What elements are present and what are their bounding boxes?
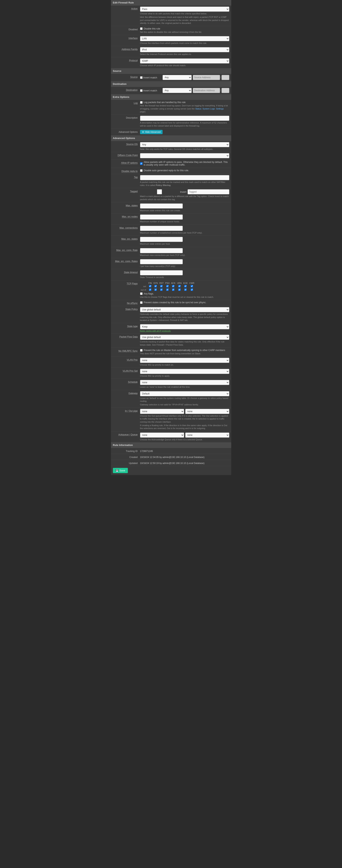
disabled-field: Disable this rule Set this option to dis…	[140, 27, 229, 34]
allow-ip-label: Allow IP options	[113, 161, 140, 164]
in-out-pipe-hint1: Choose the Out queue/Virtual interface o…	[140, 414, 229, 424]
destination-addr-field: /	[193, 88, 229, 93]
max-connections-input[interactable]	[140, 226, 183, 231]
flag-set-ece[interactable]	[184, 285, 186, 287]
max-src-conn-rates-label: Max. src. conn. Rates	[113, 259, 140, 263]
destination-any-select[interactable]: Any	[163, 88, 192, 93]
hide-advanced-button[interactable]: ⚙ Hide Advanced	[140, 130, 163, 134]
max-states-hint: Maximum state entries this rule can crea…	[140, 209, 229, 212]
flag-set-fin[interactable]	[149, 285, 151, 287]
vlan-prio-set-select[interactable]: none 0123 4567	[140, 369, 229, 374]
flag-set-cwr[interactable]	[191, 285, 193, 287]
source-os-select[interactable]: Any	[140, 142, 229, 147]
flag-set-urg[interactable]	[178, 285, 181, 287]
flag-outof-fin[interactable]	[149, 288, 151, 291]
any-flags-row: Any flags.	[140, 292, 229, 295]
max-src-nodes-input[interactable]	[140, 215, 183, 220]
flag-outof-ack[interactable]	[172, 288, 174, 291]
hide-advanced-label: Hide Advanced	[145, 131, 161, 133]
state-policy-select[interactable]: Use global default Keep Sloppy Synproxy …	[140, 307, 229, 312]
log-row: Log Log packets that are handled by this…	[111, 100, 231, 115]
state-type-green-link[interactable]: Keep: works with all IP protocols	[140, 330, 171, 332]
state-type-select[interactable]: Keep Sloppy Synproxy None	[140, 324, 229, 329]
schedule-hint: Leave as 'none' to leave the rule enable…	[140, 385, 229, 389]
any-flags-checkbox[interactable]	[140, 292, 143, 295]
tag-field: A packet matching this rule can be marke…	[140, 175, 229, 187]
allow-ip-checkbox[interactable]	[140, 162, 143, 165]
in-pipe-select[interactable]: none	[140, 409, 184, 414]
log-checkbox-row: Log packets that are handled by this rul…	[140, 101, 229, 104]
flag-outof-syn[interactable]	[155, 288, 157, 291]
disabled-checkbox[interactable]	[140, 27, 143, 30]
packet-flow-select[interactable]: Use global default	[140, 335, 229, 340]
log-hint: Hint: the firewall has limited local log…	[140, 104, 229, 113]
in-out-pipe-hint2: If creating a floating rule, if the dire…	[140, 424, 229, 430]
state-type-field: Keep Sloppy Synproxy None Keep: works wi…	[140, 324, 229, 332]
max-connections-label: Max. connections	[113, 226, 140, 229]
max-states-input[interactable]	[140, 204, 183, 209]
packet-flow-label: Packet Flow Data	[113, 335, 140, 338]
source-address-input[interactable]	[193, 75, 220, 80]
flag-set-syn[interactable]	[155, 285, 157, 287]
schedule-select[interactable]: none	[140, 380, 229, 385]
destination-address-input[interactable]	[193, 88, 220, 93]
description-input[interactable]: Pass IGMP to LAN	[140, 116, 229, 121]
flag-fin-header: FIN	[148, 281, 153, 285]
any-flags-label: Any flags.	[144, 292, 154, 295]
flag-psh-header: PSH	[164, 281, 170, 285]
source-cidr-input[interactable]	[221, 75, 229, 80]
gateway-select[interactable]: Default	[140, 391, 229, 396]
tagged-invert-checkbox[interactable]	[140, 189, 179, 194]
vlan-prio-set-label: VLAN Prio Set	[113, 369, 140, 372]
no-pfsync-checkbox[interactable]	[140, 301, 143, 304]
tagged-label: Tagged	[113, 189, 140, 193]
flag-outof-urg[interactable]	[178, 288, 181, 291]
log-checkbox-label: Log packets that are handled by this rul…	[144, 101, 186, 104]
advanced-options-toggle-label: Advanced Options	[113, 130, 140, 133]
flag-set-ack[interactable]	[172, 285, 174, 287]
max-src-states-input[interactable]	[140, 237, 183, 242]
ackqueue-out-select[interactable]: none	[185, 433, 229, 438]
vlan-prio-select[interactable]: none 0123 4567	[140, 358, 229, 363]
protocol-select[interactable]: IGMP TCP UDP TCP/UDP ICMP any	[140, 58, 229, 63]
source-os-hint: Note: this only works for TCP rules. Gen…	[140, 148, 229, 151]
address-family-select[interactable]: IPv4 IPv6 IPv4+IPv6	[140, 47, 229, 52]
destination-invert-checkbox[interactable]	[140, 89, 143, 92]
flag-set-rst[interactable]	[160, 285, 163, 287]
tcp-flags-set-label: set	[140, 285, 148, 288]
diffserv-select[interactable]	[140, 153, 229, 158]
source-invert-checkbox[interactable]	[140, 76, 143, 79]
max-src-conn-rate-input[interactable]	[140, 248, 183, 253]
action-select[interactable]: Pass Block Reject	[140, 7, 229, 12]
source-field: Invert match Any /	[140, 75, 229, 80]
interface-select[interactable]: LAN WAN LOOPBACK	[140, 36, 229, 41]
flag-outof-rst[interactable]	[160, 288, 163, 291]
log-checkbox[interactable]	[140, 101, 143, 104]
max-src-conn-rates-input[interactable]	[140, 259, 183, 264]
flag-outof-ece[interactable]	[184, 288, 186, 291]
state-policy-field: Use global default Keep Sloppy Synproxy …	[140, 307, 229, 322]
flag-cwr-header: CWR	[189, 281, 195, 285]
source-any-select[interactable]: Any	[163, 75, 192, 80]
flag-set-psh[interactable]	[166, 285, 169, 287]
tag-input[interactable]	[140, 175, 229, 180]
flag-outof-cwr[interactable]	[191, 288, 193, 291]
flag-outof-psh[interactable]	[166, 288, 169, 291]
ackqueue-in-select[interactable]: none	[140, 433, 184, 438]
created-label: Created	[113, 455, 140, 459]
state-timeout-input[interactable]	[140, 270, 183, 275]
no-xmlrpc-checkbox[interactable]	[140, 349, 143, 351]
extra-options-header: Extra Options	[111, 94, 231, 100]
action-label: Action	[113, 7, 140, 10]
tag-row: Tag A packet matching this rule can be m…	[111, 174, 231, 188]
tcp-flags-outof-label: out of	[140, 288, 148, 291]
disable-reply-checkbox[interactable]	[140, 169, 143, 172]
out-pipe-select[interactable]: none	[185, 409, 229, 414]
destination-section-header: Destination	[111, 81, 231, 87]
tracking-id-row: Tracking ID 1729071245	[111, 448, 231, 454]
destination-cidr-input[interactable]	[221, 88, 229, 93]
source-slash: /	[220, 76, 221, 79]
save-button[interactable]: 💾 Save	[113, 468, 128, 473]
log-hint-link[interactable]: Status: System Logs: Settings	[195, 107, 224, 110]
tagged-input[interactable]	[187, 189, 229, 194]
